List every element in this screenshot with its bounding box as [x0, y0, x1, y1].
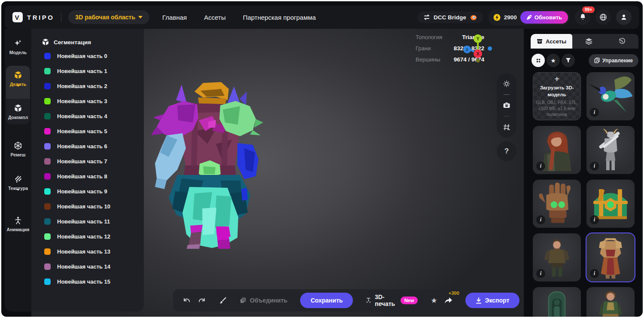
nav-item-assets[interactable]: Ассеты — [204, 14, 226, 21]
segment-label: Новейшая часть 1 — [57, 68, 107, 74]
upload-model-card[interactable]: + Загрузить 3D-модель GLB, OBJ, FBX, STL… — [533, 72, 581, 120]
segment-item[interactable]: Новейшая часть 5 — [31, 124, 144, 139]
segment-label: Новейшая часть 7 — [57, 158, 107, 165]
gizmo-z-label: Z — [466, 48, 468, 52]
language-globe-button[interactable] — [595, 9, 611, 25]
sidebar-item-model[interactable]: Модель — [5, 39, 31, 55]
nav-item-affiliate[interactable]: Партнерская программа — [243, 14, 316, 21]
favorites-filter-button[interactable]: ★ — [547, 54, 560, 67]
asset-card-hummingbird[interactable]: i — [586, 72, 635, 120]
info-badge[interactable]: i — [590, 269, 599, 278]
segment-item[interactable]: Новейшая часть 2 — [31, 79, 144, 94]
tab-history[interactable] — [605, 34, 638, 49]
top-navigation-bar: V. TRIPO 3D рабочая область Главная Ассе… — [5, 6, 639, 29]
asset-card-gauntlet[interactable]: i — [533, 180, 581, 228]
segment-color-swatch — [44, 248, 51, 255]
sidebar-item-remesh[interactable]: Ремеш — [5, 141, 31, 157]
segment-item[interactable]: Новейшая часть 6 — [31, 139, 144, 154]
chevron-down-icon — [16, 85, 20, 94]
user-avatar[interactable] — [616, 9, 632, 25]
help-button[interactable]: ? — [497, 141, 516, 161]
notifications-button[interactable]: 99+ — [575, 9, 590, 25]
asset-card-treasure-chest[interactable]: i — [586, 180, 635, 228]
merge-button[interactable]: Объединить — [240, 297, 287, 304]
share-button[interactable]: +300 — [444, 297, 453, 304]
environment-light-icon[interactable] — [503, 80, 510, 88]
segmentation-title: Сегментация — [54, 39, 91, 46]
undo-icon[interactable] — [182, 297, 191, 304]
segment-item[interactable]: Новейшая часть 7 — [31, 154, 144, 169]
sidebar-item-decompose[interactable]: Докомпл — [6, 99, 30, 124]
segment-item[interactable]: Новейшая часть 3 — [31, 94, 144, 109]
info-badge[interactable]: i — [536, 215, 545, 224]
sidebar-item-animation[interactable]: Анимация — [5, 216, 31, 232]
segment-item[interactable]: Новейшая часть 13 — [31, 244, 144, 259]
dcc-bridge-button[interactable]: DCC Bridge — [417, 12, 483, 23]
asset-card-elf-warrior[interactable]: i — [586, 287, 635, 317]
tab-assets[interactable]: Ассеты — [531, 34, 572, 49]
info-badge[interactable]: i — [590, 162, 599, 171]
sidebar-item-label: Докомпл — [6, 115, 30, 120]
brush-icon[interactable] — [219, 297, 227, 304]
nav-item-home[interactable]: Главная — [162, 14, 187, 21]
sidebar-item-label: Ремеш — [5, 152, 31, 157]
segment-item[interactable]: Новейшая часть 14 — [31, 259, 144, 274]
rocket-icon — [526, 15, 532, 20]
filter-button[interactable] — [562, 54, 575, 67]
asset-card-elf-archer[interactable]: i — [533, 126, 581, 174]
manage-icon — [594, 58, 600, 63]
workspace-selector[interactable]: 3D рабочая область — [68, 10, 149, 24]
info-badge[interactable]: i — [536, 162, 545, 171]
segment-item[interactable]: Новейшая часть 12 — [31, 229, 144, 244]
segment-item[interactable]: Новейшая часть 15 — [31, 274, 144, 289]
info-badge[interactable]: i — [536, 269, 545, 278]
3d-print-button[interactable]: 3D-печать New — [366, 294, 418, 307]
asset-grid: + Загрузить 3D-модель GLB, OBJ, FBX, STL… — [531, 67, 638, 317]
segment-label: Новейшая часть 8 — [57, 173, 107, 180]
3d-print-label: 3D-печать — [375, 294, 397, 307]
segmented-armor-model[interactable] — [152, 80, 265, 250]
axis-gizmo[interactable]: Y Z X — [463, 32, 497, 67]
elf-warrior-thumbnail — [586, 287, 635, 317]
segment-color-swatch — [44, 203, 51, 210]
manage-button[interactable]: Управление — [589, 54, 638, 67]
upload-hint: GLB, OBJ, FBX, STL, ≤100 МБ, ≤1,5 млн по… — [536, 100, 578, 118]
segment-item[interactable]: Новейшая часть 1 — [31, 64, 144, 79]
tripo-logo[interactable]: V. TRIPO — [12, 12, 54, 22]
sidebar-item-label: Модель — [5, 50, 31, 55]
info-badge[interactable]: i — [590, 108, 599, 117]
save-button[interactable]: Сохранить — [300, 293, 353, 308]
segment-item[interactable]: Новейшая часть 4 — [31, 109, 144, 124]
manage-label: Управление — [602, 58, 633, 64]
notification-count-badge: 99+ — [582, 6, 595, 13]
credits-pill[interactable]: 2900 Обновить — [488, 9, 570, 25]
tab-layers[interactable] — [572, 34, 605, 49]
segment-item[interactable]: Новейшая часть 9 — [31, 184, 144, 199]
segmentation-list: Новейшая часть 0 Новейшая часть 1 Новейш… — [31, 49, 144, 289]
segment-item[interactable]: Новейшая часть 8 — [31, 169, 144, 184]
grid-view-button[interactable] — [532, 54, 545, 67]
tripo-app: Топология Triangle Грани 8322 / 8322 Вер… — [1, 1, 643, 317]
upgrade-button[interactable]: Обновить — [520, 11, 568, 24]
segment-item[interactable]: Новейшая часть 0 — [31, 49, 144, 64]
segment-label: Новейшая часть 3 — [57, 98, 107, 104]
stat-label: Топология — [416, 34, 442, 40]
sidebar-item-texture[interactable]: Текстура — [5, 175, 31, 199]
sidebar-item-segment[interactable]: Делить — [6, 66, 30, 99]
grid-icon[interactable] — [503, 123, 510, 131]
segment-item[interactable]: Новейшая часть 10 — [31, 199, 144, 214]
segment-label: Новейшая часть 6 — [57, 143, 107, 150]
camera-icon[interactable] — [503, 101, 510, 109]
asset-card-bronze-statue[interactable]: i — [533, 287, 581, 317]
export-button[interactable]: Экспорт — [465, 293, 520, 308]
segment-color-swatch — [44, 233, 51, 240]
3d-printer-icon — [366, 297, 371, 304]
segment-item[interactable]: Новейшая часть 11 — [31, 214, 144, 229]
redo-icon[interactable] — [197, 297, 206, 304]
info-badge[interactable]: i — [590, 215, 599, 224]
asset-card-armor-set[interactable]: i — [586, 233, 635, 281]
asset-card-knight[interactable]: i — [586, 126, 635, 174]
asset-card-dwarf-warrior[interactable]: i — [533, 233, 581, 281]
favorite-star-icon[interactable]: ★ — [431, 296, 437, 305]
segment-label: Новейшая часть 5 — [57, 128, 107, 135]
